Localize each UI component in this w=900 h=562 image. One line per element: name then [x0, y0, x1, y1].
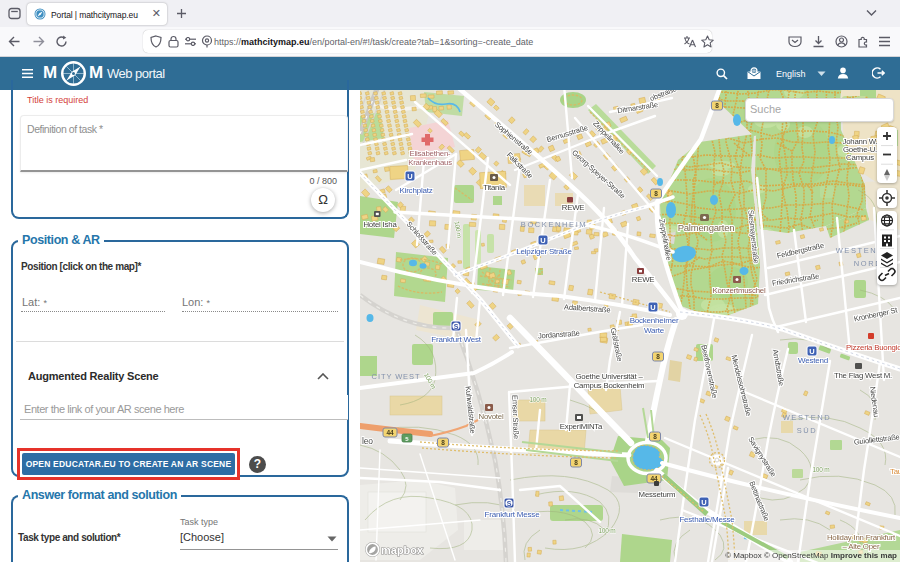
- svg-text:SÜD: SÜD: [797, 426, 818, 435]
- svg-text:REWE: REWE: [562, 203, 585, 212]
- svg-text:U: U: [809, 347, 814, 356]
- svg-text:Westend: Westend: [798, 356, 828, 365]
- svg-text:Pizzeria Buongiorn: Pizzeria Buongiorn: [846, 343, 900, 352]
- svg-text:44: 44: [650, 475, 658, 482]
- svg-text:Palmengarten: Palmengarten: [678, 222, 735, 233]
- svg-text:Bockenheimer: Bockenheimer: [630, 316, 679, 325]
- svg-text:Frankfurt Messe: Frankfurt Messe: [485, 510, 541, 519]
- svg-text:Frankfurt West: Frankfurt West: [431, 335, 481, 344]
- svg-text:8: 8: [653, 433, 657, 440]
- svg-text:U: U: [650, 303, 655, 312]
- svg-text:100 m: 100 m: [529, 396, 546, 403]
- svg-text:100 m: 100 m: [812, 466, 829, 473]
- svg-text:Titania: Titania: [483, 183, 506, 192]
- svg-text:U: U: [407, 172, 412, 181]
- svg-text:Hotel Isha: Hotel Isha: [363, 220, 397, 229]
- svg-text:CITY WEST: CITY WEST: [372, 372, 421, 381]
- svg-text:Goethe Universität –: Goethe Universität –: [575, 372, 643, 381]
- svg-text:Emser Straße: Emser Straße: [510, 395, 521, 439]
- svg-text:The Flag West M.: The Flag West M.: [834, 371, 892, 380]
- svg-text:REWE: REWE: [632, 275, 655, 284]
- svg-text:S: S: [454, 323, 459, 330]
- svg-text:Messeturm: Messeturm: [639, 490, 676, 499]
- svg-text:Elisabethen-: Elisabethen-: [410, 149, 452, 158]
- svg-text:Festhalle/Messe: Festhalle/Messe: [679, 515, 735, 524]
- svg-text:Tau: Tau: [890, 467, 900, 476]
- svg-text:Kirchplatz: Kirchplatz: [399, 186, 432, 195]
- svg-text:Konzertmuschel: Konzertmuschel: [712, 286, 766, 295]
- svg-text:Novotel: Novotel: [478, 412, 504, 421]
- svg-text:mapbox: mapbox: [381, 544, 424, 556]
- svg-text:WESTEND: WESTEND: [783, 413, 832, 422]
- svg-text:ExperiMINTa: ExperiMINTa: [560, 422, 603, 431]
- svg-text:Campus Bockenheim: Campus Bockenheim: [574, 381, 645, 390]
- svg-text:U: U: [701, 498, 706, 507]
- svg-text:Krankenhaus: Krankenhaus: [408, 158, 452, 167]
- svg-text:leo: leo: [362, 436, 373, 446]
- svg-text:Warte: Warte: [644, 326, 665, 335]
- svg-text:Campus: Campus: [846, 153, 874, 162]
- svg-text:U: U: [540, 236, 545, 245]
- svg-text:Holiday Inn Frankfurt: Holiday Inn Frankfurt: [827, 533, 896, 542]
- svg-text:Leipziger Straße: Leipziger Straße: [516, 247, 572, 256]
- svg-text:BOCKENHEIM: BOCKENHEIM: [521, 220, 587, 229]
- svg-text:8: 8: [441, 439, 445, 446]
- svg-text:44: 44: [386, 429, 394, 436]
- svg-text:8: 8: [715, 102, 719, 109]
- svg-text:8: 8: [574, 459, 578, 466]
- svg-text:8: 8: [654, 190, 658, 197]
- svg-text:100 m: 100 m: [598, 527, 615, 534]
- svg-text:S: S: [507, 500, 512, 507]
- svg-text:8: 8: [656, 353, 660, 360]
